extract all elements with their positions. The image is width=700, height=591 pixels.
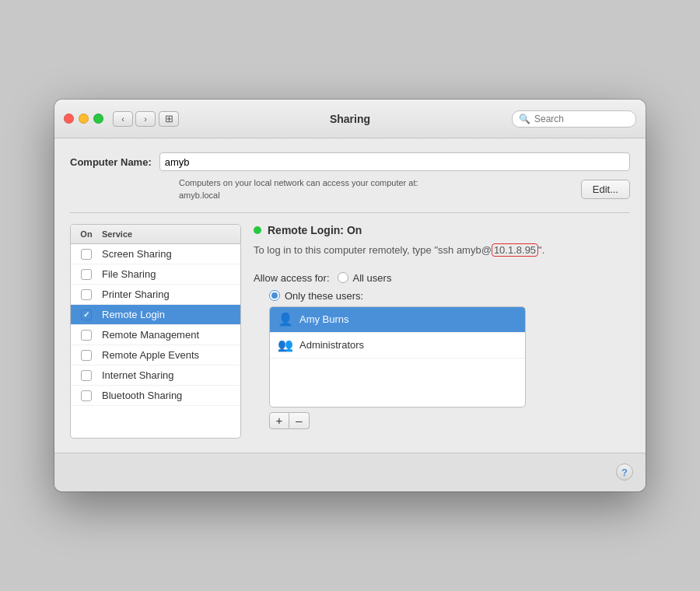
search-input[interactable] (534, 114, 629, 124)
remote-apple-events-check[interactable] (81, 350, 92, 361)
file-sharing-label: File Sharing (102, 268, 240, 280)
bluetooth-sharing-label: Bluetooth Sharing (102, 390, 240, 401)
list-buttons: + – (269, 412, 630, 429)
printer-sharing-label: Printer Sharing (102, 289, 240, 300)
right-panel: Remote Login: On To log in to this compu… (254, 224, 630, 439)
only-these-users-label: Only these users: (285, 290, 363, 302)
window-title: Sharing (330, 113, 370, 125)
ssh-ip: 10.1.8.95 (492, 243, 538, 257)
address-text: Computers on your local network can acce… (179, 177, 418, 201)
computer-name-row: Computer Name: (70, 152, 630, 171)
service-item-remote-login[interactable]: Remote Login (71, 305, 240, 325)
service-item-screen-sharing[interactable]: Screen Sharing (71, 244, 240, 264)
close-button[interactable] (64, 114, 74, 124)
status-text: Remote Login: On (268, 224, 362, 236)
edit-button[interactable]: Edit... (581, 180, 630, 199)
service-header-on: On (71, 228, 102, 240)
user-icon-amy-burns: 👤 (278, 312, 293, 327)
content-area: Computer Name: Computers on your local n… (54, 138, 646, 452)
only-these-users-radio[interactable] (269, 290, 280, 301)
internet-sharing-check[interactable] (81, 370, 92, 381)
all-users-radio[interactable] (338, 272, 348, 283)
minimize-button[interactable] (79, 114, 89, 124)
nav-buttons: ‹ › (113, 111, 156, 127)
titlebar: ‹ › ⊞ Sharing 🔍 (54, 100, 646, 138)
remove-user-button[interactable]: – (289, 412, 310, 429)
back-button[interactable]: ‹ (113, 111, 133, 127)
main-window: ‹ › ⊞ Sharing 🔍 Computer Name: Computers… (54, 100, 646, 491)
all-users-option[interactable]: All users (338, 272, 392, 284)
access-row: Allow access for: All users (254, 272, 630, 284)
printer-sharing-check[interactable] (81, 289, 92, 300)
file-sharing-checkbox[interactable] (71, 269, 102, 280)
service-item-printer-sharing[interactable]: Printer Sharing (71, 285, 240, 305)
remote-apple-events-checkbox[interactable] (71, 350, 102, 361)
screen-sharing-checkbox[interactable] (71, 249, 102, 260)
user-icon-administrators: 👥 (278, 337, 293, 353)
status-indicator (254, 226, 261, 234)
user-name-administrators: Administrators (299, 339, 364, 351)
bluetooth-sharing-checkbox[interactable] (71, 390, 102, 401)
service-list-header: On Service (71, 225, 240, 244)
service-item-remote-apple-events[interactable]: Remote Apple Events (71, 345, 240, 365)
screen-sharing-label: Screen Sharing (102, 248, 240, 260)
remote-login-label: Remote Login (102, 309, 240, 320)
ssh-instruction: To log in to this computer remotely, typ… (254, 243, 630, 258)
service-item-bluetooth-sharing[interactable]: Bluetooth Sharing (71, 386, 240, 406)
service-item-file-sharing[interactable]: File Sharing (71, 264, 240, 285)
computer-name-label: Computer Name: (70, 156, 152, 168)
service-item-internet-sharing[interactable]: Internet Sharing (71, 365, 240, 386)
search-box[interactable]: 🔍 (512, 110, 636, 128)
allow-access-label: Allow access for: (254, 272, 330, 284)
only-these-users-row: Only these users: (269, 290, 630, 302)
forward-button[interactable]: › (135, 111, 156, 127)
users-list: 👤 Amy Burns 👥 Administrators (269, 306, 526, 407)
user-item-amy-burns[interactable]: 👤 Amy Burns (270, 307, 525, 333)
remote-management-checkbox[interactable] (71, 330, 102, 341)
bluetooth-sharing-check[interactable] (81, 390, 92, 401)
users-section: Only these users: 👤 Amy Burns 👥 Administ… (269, 290, 630, 429)
printer-sharing-checkbox[interactable] (71, 289, 102, 300)
internet-sharing-checkbox[interactable] (71, 370, 102, 381)
service-header-label: Service (102, 228, 240, 240)
computer-name-input[interactable] (159, 152, 630, 171)
remote-management-check[interactable] (81, 330, 92, 341)
remote-apple-events-label: Remote Apple Events (102, 349, 240, 361)
user-name-amy-burns: Amy Burns (299, 313, 349, 325)
maximize-button[interactable] (93, 114, 103, 124)
service-list: On Service Screen Sharing File Sharing (70, 224, 241, 439)
internet-sharing-label: Internet Sharing (102, 369, 240, 381)
grid-button[interactable]: ⊞ (159, 111, 179, 127)
main-area: On Service Screen Sharing File Sharing (70, 224, 630, 439)
user-item-administrators[interactable]: 👥 Administrators (270, 333, 525, 358)
address-row: Computers on your local network can acce… (179, 177, 630, 201)
access-section: Allow access for: All users Only these u… (254, 272, 630, 429)
file-sharing-check[interactable] (81, 269, 92, 280)
service-item-remote-management[interactable]: Remote Management (71, 325, 240, 345)
remote-login-checkbox[interactable] (71, 309, 102, 320)
all-users-label: All users (353, 272, 392, 284)
help-button[interactable]: ? (616, 463, 633, 481)
add-user-button[interactable]: + (269, 412, 289, 429)
search-icon: 🔍 (519, 114, 530, 124)
traffic-lights (64, 114, 103, 124)
status-row: Remote Login: On (254, 224, 630, 236)
bottom-bar: ? (54, 453, 646, 491)
divider (70, 212, 630, 213)
remote-login-check[interactable] (81, 309, 92, 320)
remote-management-label: Remote Management (102, 329, 240, 341)
screen-sharing-check[interactable] (81, 249, 92, 260)
